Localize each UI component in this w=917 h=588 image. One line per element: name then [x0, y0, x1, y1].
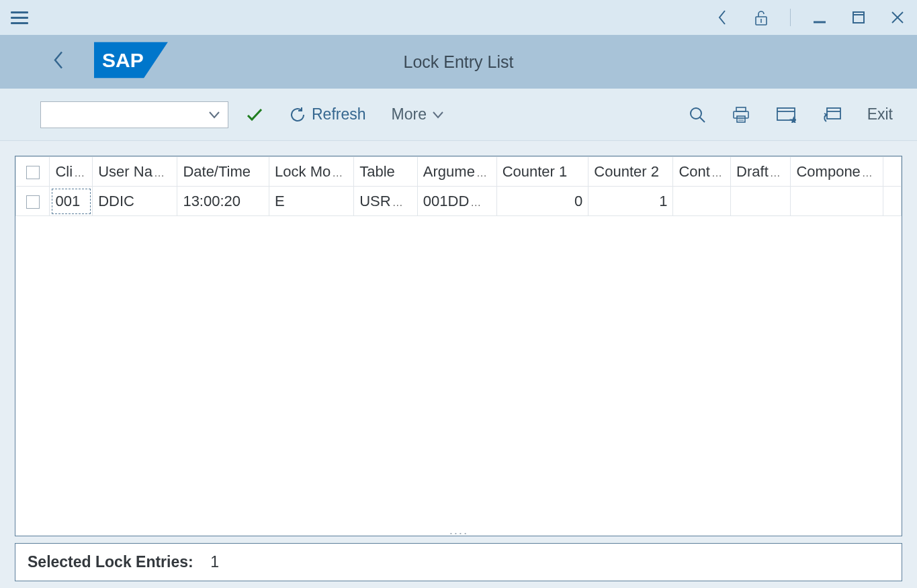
exit-button[interactable]: Exit [859, 101, 901, 128]
row-select-checkbox[interactable] [16, 187, 50, 216]
svg-rect-19 [827, 108, 840, 119]
unlock-button[interactable] [751, 7, 771, 28]
separator [790, 9, 791, 26]
cell-draft[interactable] [731, 187, 791, 216]
svg-text:SAP: SAP [102, 49, 144, 71]
cell-argument[interactable]: 001DD [417, 187, 496, 216]
print-icon [732, 106, 750, 124]
column-header-draft[interactable]: Draft [731, 157, 791, 187]
exit-label: Exit [867, 105, 893, 124]
cell-tabname[interactable]: USR [354, 187, 418, 216]
back-button[interactable] [52, 50, 66, 75]
scroll-column [883, 157, 901, 187]
search-button[interactable] [681, 101, 714, 128]
table-header-row: CliUser NaDate/TimeLock MoTableArgumeCou… [16, 157, 902, 187]
svg-line-10 [700, 117, 705, 122]
svg-rect-3 [853, 12, 864, 23]
refresh-button[interactable]: Refresh [281, 101, 374, 128]
column-header-lockmode[interactable]: Lock Mo [269, 157, 354, 187]
svg-rect-12 [734, 111, 748, 118]
column-header-tabname[interactable]: Table [354, 157, 418, 187]
checkbox-icon [26, 195, 40, 209]
print-button[interactable] [724, 101, 758, 128]
minimize-button[interactable] [810, 7, 830, 28]
cell-client[interactable]: 001 [50, 187, 93, 216]
cell-counter2[interactable]: 1 [588, 187, 673, 216]
cell-lockmode[interactable]: E [269, 187, 354, 216]
column-header-context[interactable]: Cont [673, 157, 731, 187]
chevron-left-icon [717, 9, 728, 26]
shortcut-icon [822, 107, 842, 123]
chevron-left-icon [52, 50, 66, 71]
selection-status: Selected Lock Entries: 1 [15, 543, 902, 581]
svg-rect-13 [737, 116, 745, 122]
column-header-argument[interactable]: Argume [417, 157, 496, 187]
more-label: More [392, 105, 427, 124]
refresh-label: Refresh [312, 105, 366, 124]
cell-counter1[interactable]: 0 [496, 187, 588, 216]
checkbox-icon [26, 166, 40, 179]
svg-point-9 [691, 108, 701, 119]
app-toolbar: Refresh More ★ Exit [0, 89, 917, 141]
cell-context[interactable] [673, 187, 731, 216]
chevron-down-icon [432, 111, 444, 119]
column-header-counter2[interactable]: Counter 2 [588, 157, 673, 187]
more-button[interactable]: More [384, 101, 452, 128]
cell-user[interactable]: DDIC [93, 187, 177, 216]
lock-table: CliUser NaDate/TimeLock MoTableArgumeCou… [15, 156, 902, 216]
status-label: Selected Lock Entries: [28, 553, 193, 571]
maximize-button[interactable] [848, 7, 869, 28]
close-button[interactable] [887, 7, 908, 28]
table-resize-handle[interactable]: • • • • [15, 530, 902, 536]
check-icon [246, 107, 263, 122]
scroll-cell [883, 187, 901, 216]
search-icon [689, 106, 706, 124]
command-field[interactable] [40, 101, 228, 128]
column-header-client[interactable]: Cli [50, 157, 93, 187]
column-header-counter1[interactable]: Counter 1 [496, 157, 588, 187]
select-all-header[interactable] [16, 157, 50, 187]
accept-button[interactable] [238, 101, 271, 128]
chevron-down-icon[interactable] [208, 107, 221, 123]
column-header-time[interactable]: Date/Time [177, 157, 269, 187]
maximize-icon [851, 10, 866, 25]
cell-component[interactable] [791, 187, 883, 216]
shortcut-button[interactable] [814, 101, 850, 128]
menu-icon [11, 11, 28, 24]
lock-table-frame: CliUser NaDate/TimeLock MoTableArgumeCou… [15, 156, 902, 536]
menu-button[interactable] [9, 7, 30, 28]
svg-text:★: ★ [789, 115, 796, 123]
column-header-component[interactable]: Compone [791, 157, 883, 187]
column-header-user[interactable]: User Na [93, 157, 177, 187]
table-row[interactable]: 001DDIC13:00:20EUSR001DD01 [16, 187, 902, 216]
system-bar [0, 0, 917, 35]
app-header: SAP Lock Entry List [0, 35, 917, 89]
svg-rect-11 [736, 107, 746, 111]
cell-time[interactable]: 13:00:20 [177, 187, 269, 216]
new-window-button[interactable]: ★ [768, 101, 804, 128]
new-window-icon: ★ [776, 107, 796, 123]
status-count: 1 [210, 553, 219, 571]
content-area: CliUser NaDate/TimeLock MoTableArgumeCou… [0, 141, 917, 588]
unlock-icon [753, 9, 769, 26]
minimize-icon [812, 10, 827, 25]
close-icon [890, 10, 905, 25]
sap-logo: SAP [94, 42, 168, 82]
prev-button[interactable] [712, 7, 732, 28]
refresh-icon [289, 106, 306, 124]
